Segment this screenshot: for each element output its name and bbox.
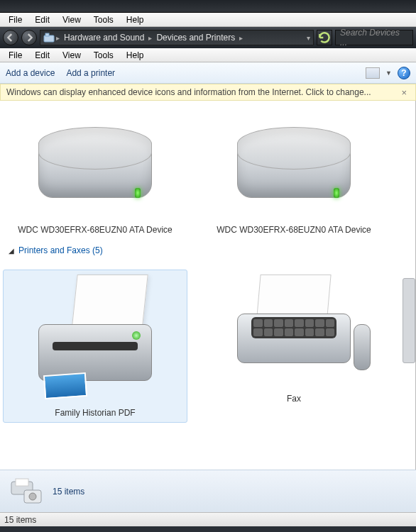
view-options-button[interactable] bbox=[366, 67, 380, 79]
details-pane: 15 items bbox=[0, 470, 416, 512]
details-count: 15 items bbox=[53, 487, 84, 497]
refresh-button[interactable] bbox=[317, 30, 332, 45]
group-header-printers[interactable]: ◢ Printers and Faxes (5) bbox=[0, 240, 415, 255]
svg-rect-3 bbox=[16, 479, 28, 486]
breadcrumb-current[interactable]: Devices and Printers bbox=[153, 32, 238, 43]
search-placeholder: Search Devices ... bbox=[340, 28, 408, 48]
close-icon[interactable]: × bbox=[398, 87, 410, 98]
arrow-right-icon bbox=[25, 33, 33, 42]
info-bar[interactable]: Windows can display enhanced device icon… bbox=[0, 84, 416, 101]
location-icon bbox=[43, 33, 55, 43]
menu-help[interactable]: Help bbox=[121, 49, 150, 62]
menu-edit[interactable]: Edit bbox=[29, 13, 55, 26]
chevron-right-icon: ▸ bbox=[239, 34, 243, 42]
search-input[interactable]: Search Devices ... bbox=[335, 30, 413, 45]
refresh-icon bbox=[317, 31, 332, 45]
device-label: Family Historian PDF bbox=[55, 408, 135, 418]
command-toolbar: Add a device Add a printer ▼ ? bbox=[0, 62, 416, 84]
forward-button[interactable] bbox=[21, 30, 37, 45]
menu-view[interactable]: View bbox=[57, 13, 87, 26]
chevron-right-icon: ▸ bbox=[56, 34, 60, 42]
details-thumb-icon bbox=[10, 477, 44, 506]
menu-tools[interactable]: Tools bbox=[88, 13, 119, 26]
menu-help[interactable]: Help bbox=[121, 13, 150, 26]
content-area: WDC WD30EFRX-68EUZN0 ATA Device WDC WD30… bbox=[0, 101, 416, 470]
device-label: Fax bbox=[287, 394, 301, 404]
device-item-printer[interactable]: Family Historian PDF bbox=[3, 270, 187, 423]
outer-menubar: File Edit View Tools Help bbox=[0, 13, 416, 27]
menu-tools[interactable]: Tools bbox=[88, 49, 119, 62]
device-item-fax[interactable]: Fax bbox=[202, 270, 386, 423]
chevron-down-icon[interactable]: ▼ bbox=[385, 70, 392, 77]
inner-menubar: File Edit View Tools Help bbox=[0, 48, 416, 62]
chevron-down-icon[interactable]: ▾ bbox=[307, 34, 310, 42]
address-bar[interactable]: ▸ Hardware and Sound ▸ Devices and Print… bbox=[40, 30, 314, 45]
device-item-hdd[interactable]: WDC WD30EFRX-68EUZN0 ATA Device bbox=[202, 115, 386, 240]
menu-file[interactable]: File bbox=[3, 13, 28, 26]
printer-icon bbox=[24, 275, 166, 402]
navbar: ▸ Hardware and Sound ▸ Devices and Print… bbox=[0, 27, 416, 48]
help-button[interactable]: ? bbox=[398, 67, 410, 79]
fax-icon bbox=[223, 275, 365, 388]
menu-file[interactable]: File bbox=[3, 49, 28, 62]
hard-drive-icon bbox=[223, 120, 365, 219]
group-label: Printers and Faxes (5) bbox=[18, 245, 103, 255]
scrollbar-thumb[interactable] bbox=[403, 278, 415, 363]
device-label: WDC WD30EFRX-68EUZN0 ATA Device bbox=[18, 225, 173, 235]
svg-rect-1 bbox=[45, 33, 49, 36]
add-device-button[interactable]: Add a device bbox=[6, 68, 55, 78]
info-bar-text: Windows can display enhanced device icon… bbox=[6, 87, 371, 97]
arrow-left-icon bbox=[6, 33, 15, 42]
status-bar: 15 items bbox=[0, 512, 416, 526]
svg-point-5 bbox=[29, 493, 36, 500]
back-button[interactable] bbox=[3, 30, 18, 45]
menu-view[interactable]: View bbox=[57, 49, 87, 62]
add-printer-button[interactable]: Add a printer bbox=[66, 68, 115, 78]
device-item-hdd[interactable]: WDC WD30EFRX-68EUZN0 ATA Device bbox=[3, 115, 187, 240]
chevron-right-icon: ▸ bbox=[148, 34, 152, 42]
collapse-icon: ◢ bbox=[9, 247, 14, 255]
menu-edit[interactable]: Edit bbox=[29, 49, 55, 62]
device-label: WDC WD30EFRX-68EUZN0 ATA Device bbox=[217, 225, 371, 235]
status-text: 15 items bbox=[4, 515, 36, 525]
hard-drive-icon bbox=[24, 120, 166, 219]
breadcrumb-parent[interactable]: Hardware and Sound bbox=[61, 32, 147, 43]
